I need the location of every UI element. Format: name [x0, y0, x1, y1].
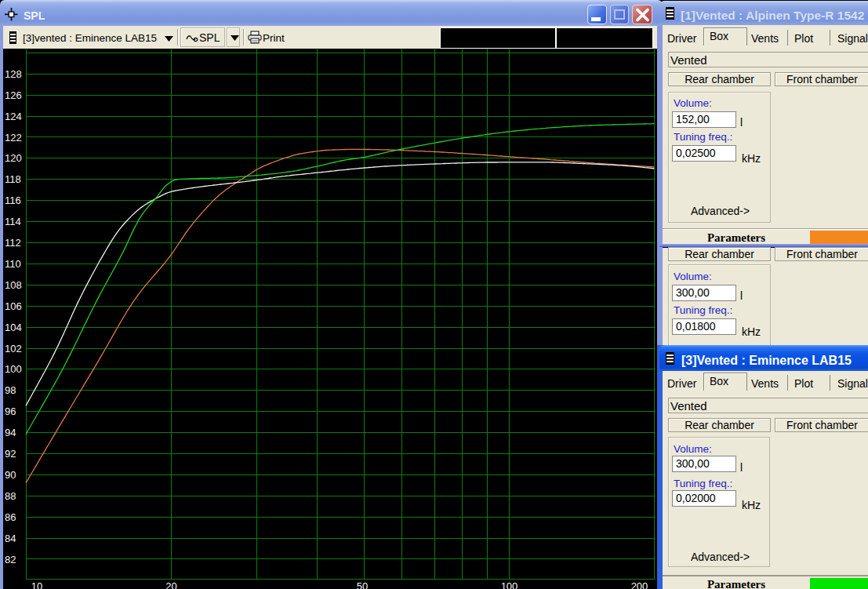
svg-text:110: 110 [5, 258, 21, 270]
svg-text:108: 108 [5, 279, 22, 291]
svg-text:82: 82 [5, 554, 16, 565]
svg-text:106: 106 [5, 300, 22, 312]
svg-text:20: 20 [165, 580, 176, 589]
svg-text:118: 118 [5, 173, 21, 185]
svg-text:112: 112 [5, 237, 21, 249]
svg-text:88: 88 [5, 490, 16, 502]
svg-text:86: 86 [5, 511, 16, 523]
svg-text:102: 102 [5, 343, 22, 354]
svg-text:10: 10 [31, 580, 42, 589]
svg-text:114: 114 [5, 216, 21, 227]
svg-text:84: 84 [5, 533, 16, 544]
svg-text:50: 50 [357, 580, 368, 589]
svg-text:100: 100 [5, 363, 22, 375]
svg-text:128: 128 [5, 68, 22, 80]
svg-text:116: 116 [5, 195, 21, 206]
svg-text:94: 94 [5, 427, 16, 438]
svg-text:96: 96 [5, 405, 16, 417]
svg-text:100: 100 [501, 580, 518, 589]
svg-text:92: 92 [5, 448, 16, 460]
svg-text:98: 98 [5, 384, 16, 396]
svg-text:120: 120 [5, 152, 22, 164]
svg-text:200: 200 [631, 580, 648, 589]
svg-text:126: 126 [5, 89, 22, 101]
svg-text:122: 122 [5, 132, 22, 144]
svg-text:124: 124 [5, 111, 22, 122]
svg-text:90: 90 [5, 469, 16, 481]
svg-text:104: 104 [5, 322, 22, 333]
